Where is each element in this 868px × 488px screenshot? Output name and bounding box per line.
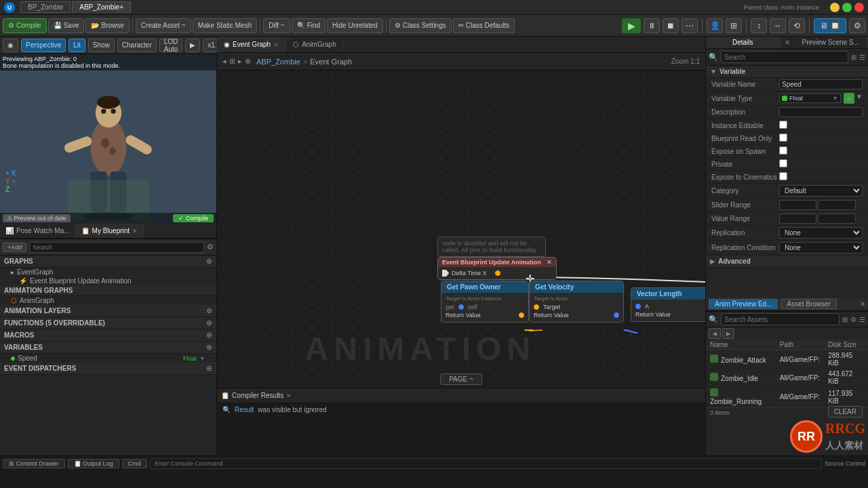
- variable-section-header[interactable]: ▼ Variable: [706, 66, 868, 78]
- hide-unrelated-button[interactable]: Hide Unrelated: [327, 18, 383, 33]
- output-log-button[interactable]: 📋 Output Log: [68, 459, 119, 468]
- vector-length-node[interactable]: Vector Length A Return Value: [631, 287, 705, 322]
- slider-min-input[interactable]: [779, 200, 816, 210]
- category-select[interactable]: Default: [779, 185, 863, 197]
- source-control-label[interactable]: Source Control: [825, 460, 865, 467]
- macros-header[interactable]: MACROS ⊕: [0, 329, 216, 342]
- speed-variable-item[interactable]: Speed Float ▼: [0, 354, 216, 363]
- macros-add-btn[interactable]: ⊕: [206, 331, 212, 340]
- variable-name-input[interactable]: [779, 79, 863, 89]
- expose-to-cinematics-checkbox[interactable]: [779, 172, 787, 180]
- play-anim-btn[interactable]: ▶: [185, 39, 200, 52]
- private-checkbox[interactable]: [779, 159, 787, 167]
- details-tab-close[interactable]: ✕: [781, 37, 794, 48]
- cmd-button[interactable]: Cmd: [122, 459, 147, 468]
- asset-nav-back-btn[interactable]: ◂: [709, 328, 721, 339]
- make-static-mesh-button[interactable]: Make Static Mesh: [193, 18, 257, 33]
- graphs-add-btn[interactable]: ⊕: [206, 257, 212, 266]
- tool4-btn[interactable]: ⚙: [849, 18, 865, 33]
- pause-button[interactable]: ⏸: [644, 18, 660, 33]
- tool2-btn[interactable]: ↔: [770, 18, 786, 33]
- asset-options-btn[interactable]: ☰: [859, 316, 865, 323]
- asset-settings-btn[interactable]: ⚙: [850, 316, 856, 323]
- compile-green-btn[interactable]: ✓ Compile: [173, 214, 214, 222]
- pose-watch-tab[interactable]: 📊 Pose Watch Ma...: [0, 224, 76, 238]
- play-button[interactable]: ▶: [622, 18, 641, 33]
- page-button[interactable]: PAGE ~: [440, 373, 482, 385]
- details-options-btn[interactable]: ☰: [859, 54, 865, 61]
- event-bp-update-item[interactable]: ⚡ Event Blueprint Update Animation: [0, 277, 216, 285]
- tool1-btn[interactable]: ↕: [751, 18, 767, 33]
- class-defaults-button[interactable]: ✏ Class Defaults: [453, 18, 515, 33]
- details-tab[interactable]: Details: [706, 37, 781, 48]
- update-animation-node[interactable]: Event Blueprint Update Animation ✕ Delta…: [437, 257, 557, 280]
- minimize-button[interactable]: [830, 3, 840, 12]
- table-row[interactable]: Zombie_Idle All/Game/FP: 443.672 KiB: [706, 369, 868, 387]
- lod-btn[interactable]: LOD Auto: [159, 39, 183, 52]
- slider-max-input[interactable]: [818, 200, 855, 210]
- result-link[interactable]: Result: [235, 406, 254, 413]
- lit-btn[interactable]: Lit: [68, 39, 85, 52]
- instance-editable-checkbox[interactable]: [779, 121, 787, 129]
- character-btn[interactable]: Character: [117, 39, 157, 52]
- console-command-input[interactable]: [150, 458, 822, 469]
- tool3-btn[interactable]: ⟲: [789, 18, 805, 33]
- event-graph-tab[interactable]: ◉ Event Graph ✕: [217, 37, 286, 52]
- functions-header[interactable]: FUNCTIONS (5 OVERRIDABLE) ⊕: [0, 317, 216, 329]
- anim-layers-add-btn[interactable]: ⊕: [206, 306, 212, 315]
- titlebar-tab-bp[interactable]: BP_Zombie: [20, 1, 71, 13]
- functions-add-btn[interactable]: ⊕: [206, 319, 212, 327]
- show-btn[interactable]: Show: [88, 39, 115, 52]
- event-graph-item[interactable]: ▸ EventGraph: [0, 268, 216, 277]
- variables-add-btn[interactable]: ⊕: [206, 343, 212, 352]
- compiler-tab-close[interactable]: ✕: [286, 392, 292, 399]
- create-asset-button[interactable]: Create Asset ~: [136, 18, 191, 33]
- save-button[interactable]: 💾 Save: [48, 18, 85, 33]
- table-row[interactable]: Zombie_Attack All/Game/FP: 288.845 KiB: [706, 350, 868, 369]
- anim-graph-item[interactable]: ⬡ AnimGraph: [0, 296, 216, 305]
- asset-browser-tab[interactable]: Asset Browser: [781, 299, 836, 309]
- type-dropdown[interactable]: Float ▼: [779, 94, 841, 103]
- graphs-section-header[interactable]: GRAPHS ⊕: [0, 256, 216, 268]
- anim-graphs-section-header[interactable]: ANIMATION GRAPHS: [0, 285, 216, 296]
- compile-button[interactable]: ⚙ Compile: [3, 18, 47, 33]
- description-input[interactable]: [779, 107, 863, 117]
- mybp-filter-btn[interactable]: ⚙: [207, 243, 214, 251]
- single-value-btn[interactable]: ○: [844, 93, 854, 104]
- replication-condition-select[interactable]: None: [779, 242, 863, 253]
- graph-canvas[interactable]: ANIMATION node is disabled an: [217, 70, 705, 388]
- table-row[interactable]: Zombie_Running All/Game/FP: 117.935 KiB: [706, 387, 868, 407]
- grid-icon-btn[interactable]: ⊞: [726, 18, 742, 33]
- maximize-button[interactable]: [842, 3, 852, 12]
- preview-out-of-date-btn[interactable]: ⚠ Preview out of date: [3, 214, 71, 222]
- replication-select[interactable]: None: [779, 227, 863, 239]
- add-button[interactable]: +Add: [3, 243, 26, 252]
- value-min-input[interactable]: [779, 214, 816, 224]
- bookmark-btn[interactable]: ⊞: [229, 57, 235, 66]
- nav-back-btn[interactable]: ◂: [222, 57, 226, 66]
- anim-graph-tab[interactable]: ⬡ AnimGraph: [286, 37, 344, 52]
- advanced-section-header[interactable]: ▶ Advanced: [706, 256, 868, 268]
- find-button[interactable]: 🔍 Find: [292, 18, 326, 33]
- stop-button[interactable]: ⏹: [663, 18, 679, 33]
- clear-button[interactable]: CLEAR: [828, 406, 863, 418]
- asset-browser-close-btn[interactable]: ✕: [860, 300, 865, 308]
- view-options-btn[interactable]: ◉: [3, 39, 18, 52]
- preview-scene-tab[interactable]: Preview Scene S...: [794, 37, 869, 48]
- expose-on-spawn-checkbox[interactable]: [779, 146, 787, 155]
- breadcrumb-project[interactable]: ABP_Zombie: [256, 58, 300, 66]
- details-search-input[interactable]: [721, 51, 848, 63]
- perspective-btn[interactable]: Perspective: [21, 39, 66, 52]
- anim-preview-ed-tab[interactable]: Anim Preview Ed...: [709, 299, 778, 309]
- nav-grid-btn[interactable]: ⊕: [245, 57, 251, 66]
- my-blueprint-tab-close[interactable]: ✕: [132, 228, 138, 235]
- mybp-search-input[interactable]: [29, 242, 204, 253]
- my-blueprint-tab[interactable]: 📋 My Blueprint ✕: [76, 224, 144, 238]
- event-dispatchers-add-btn[interactable]: ⊕: [206, 364, 212, 373]
- asset-filter-btn[interactable]: ⊞: [842, 316, 848, 323]
- get-pawn-owner-node[interactable]: Get Pawn Owner Target is Anim Instance g…: [441, 281, 529, 323]
- more-options-button[interactable]: ⋯: [682, 18, 698, 33]
- get-velocity-node[interactable]: Get Velocity Target is Actor Target Retu…: [529, 281, 624, 323]
- class-settings-button[interactable]: ⚙ Class Settings: [389, 18, 452, 33]
- titlebar-tab-abp[interactable]: ABP_Zombie+: [72, 1, 131, 13]
